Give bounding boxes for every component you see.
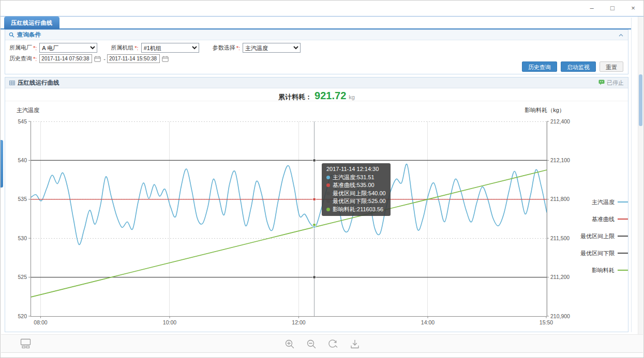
query-form-row-2: 历史查询 *: - xyxy=(9,54,171,63)
search-icon xyxy=(9,30,14,40)
start-monitor-button[interactable]: 启动监视 xyxy=(561,61,596,72)
required-marker: *: xyxy=(33,45,37,51)
svg-text:520: 520 xyxy=(18,313,27,319)
chart-area: 545540535530525520212,400212,100211,8002… xyxy=(5,102,628,332)
svg-text:535: 535 xyxy=(18,196,27,202)
titlebar[interactable]: – □ × xyxy=(1,1,643,16)
chart-toolbar-icons xyxy=(284,338,361,350)
query-panel-header: 查询条件 xyxy=(5,30,628,40)
status-text: 已停止 xyxy=(607,79,624,87)
stat-value: 921.72 xyxy=(314,90,346,102)
query-conditions-panel: 查询条件 所属电厂 *: A 电厂 所属机组 *: #1机组 参数选择 *: 主… xyxy=(5,29,628,74)
tab-bar: 压红线运行曲线 xyxy=(1,17,631,29)
download-icon[interactable] xyxy=(349,338,361,350)
reset-button[interactable]: 重置 xyxy=(600,61,623,72)
table-grid-icon xyxy=(9,78,15,87)
stat-label: 累计料耗： xyxy=(278,92,312,102)
accumulated-consumption: 累计料耗： 921.72 kg xyxy=(5,88,628,101)
required-marker: *: xyxy=(33,56,37,62)
legend-item-lower-limit[interactable]: 最优区间下限 xyxy=(583,250,628,257)
legend-item-benchmark[interactable]: 基准曲线 xyxy=(583,215,628,223)
svg-text:14:00: 14:00 xyxy=(421,319,435,325)
minimize-button[interactable]: – xyxy=(588,4,596,12)
svg-text:210,900: 210,900 xyxy=(550,313,570,319)
maximize-button[interactable]: □ xyxy=(608,4,617,12)
status-bubble-icon xyxy=(598,80,605,86)
svg-text:530: 530 xyxy=(18,235,27,241)
svg-text:212,400: 212,400 xyxy=(550,118,570,124)
zoom-in-icon[interactable] xyxy=(284,338,295,350)
bottom-toolbar xyxy=(1,334,643,353)
parameter-select[interactable]: 主汽温度 xyxy=(243,43,301,53)
svg-text:525: 525 xyxy=(18,274,27,280)
chart-canvas[interactable]: 545540535530525520212,400212,100211,8002… xyxy=(5,102,629,333)
svg-text:15:50: 15:50 xyxy=(540,319,553,325)
side-panel-handle[interactable] xyxy=(1,140,3,188)
unit-select[interactable]: #1机组 xyxy=(141,43,199,53)
app-window: – □ × 压红线运行曲线 查询条件 所属电厂 *: A 电厂 所属机组 *: xyxy=(0,0,644,358)
required-marker: *: xyxy=(134,45,138,51)
query-form-row-1: 所属电厂 *: A 电厂 所属机组 *: #1机组 参数选择 *: 主汽温度 xyxy=(9,43,301,53)
svg-text:545: 545 xyxy=(18,118,27,124)
required-marker: *: xyxy=(236,45,240,51)
content-divider xyxy=(631,18,632,332)
stat-unit: kg xyxy=(349,94,355,100)
svg-text:10:00: 10:00 xyxy=(163,319,176,325)
svg-text:211,800: 211,800 xyxy=(550,196,570,202)
history-query-label: 历史查询 xyxy=(9,55,32,63)
svg-text:主汽温度: 主汽温度 xyxy=(17,107,39,113)
end-time-input[interactable] xyxy=(107,54,160,63)
svg-text:211,200: 211,200 xyxy=(550,274,570,280)
query-panel-title: 查询条件 xyxy=(17,31,41,39)
unit-label: 所属机组 xyxy=(111,44,133,52)
zoom-out-icon[interactable] xyxy=(306,338,317,350)
svg-text:影响料耗（kg）: 影响料耗（kg） xyxy=(525,107,565,113)
history-query-button[interactable]: 历史查询 xyxy=(522,61,557,72)
svg-text:12:00: 12:00 xyxy=(292,319,305,325)
calendar-icon[interactable] xyxy=(162,56,169,62)
legend-item-upper-limit[interactable]: 最优区间上限 xyxy=(583,232,628,240)
collapse-panel-icon[interactable] xyxy=(619,34,623,37)
window-controls: – □ × xyxy=(588,1,637,16)
monitor-status: 已停止 xyxy=(598,79,624,87)
start-time-input[interactable] xyxy=(39,54,92,63)
curve-panel: 压红线运行曲线 已停止 累计料耗： 921.72 kg 545540535530… xyxy=(5,77,628,332)
plant-select[interactable]: A 电厂 xyxy=(39,43,97,53)
data-view-icon[interactable] xyxy=(20,338,32,349)
refresh-icon[interactable] xyxy=(327,338,339,350)
plant-label: 所属电厂 xyxy=(9,44,32,52)
svg-text:212,100: 212,100 xyxy=(550,157,570,163)
svg-text:211,500: 211,500 xyxy=(550,235,570,241)
chart-legend: 主汽温度 基准曲线 最优区间上限 最优区间下限 影响料耗 xyxy=(583,198,628,284)
scrollbar-thumb[interactable] xyxy=(639,74,642,126)
svg-text:08:00: 08:00 xyxy=(34,319,47,325)
tab-curve-page[interactable]: 压红线运行曲线 xyxy=(4,17,59,29)
query-buttons: 历史查询 启动监视 重置 xyxy=(522,61,623,72)
svg-text:540: 540 xyxy=(18,157,27,163)
date-range-separator: - xyxy=(103,56,106,62)
calendar-icon[interactable] xyxy=(94,56,101,62)
parameter-label: 参数选择 xyxy=(213,44,235,52)
legend-item-consumption[interactable]: 影响料耗 xyxy=(583,267,628,274)
curve-panel-title: 压红线运行曲线 xyxy=(18,79,59,87)
close-button[interactable]: × xyxy=(629,4,637,12)
vertical-scrollbar xyxy=(638,17,643,352)
legend-item-temperature[interactable]: 主汽温度 xyxy=(583,198,628,206)
curve-panel-header: 压红线运行曲线 已停止 xyxy=(5,77,628,88)
